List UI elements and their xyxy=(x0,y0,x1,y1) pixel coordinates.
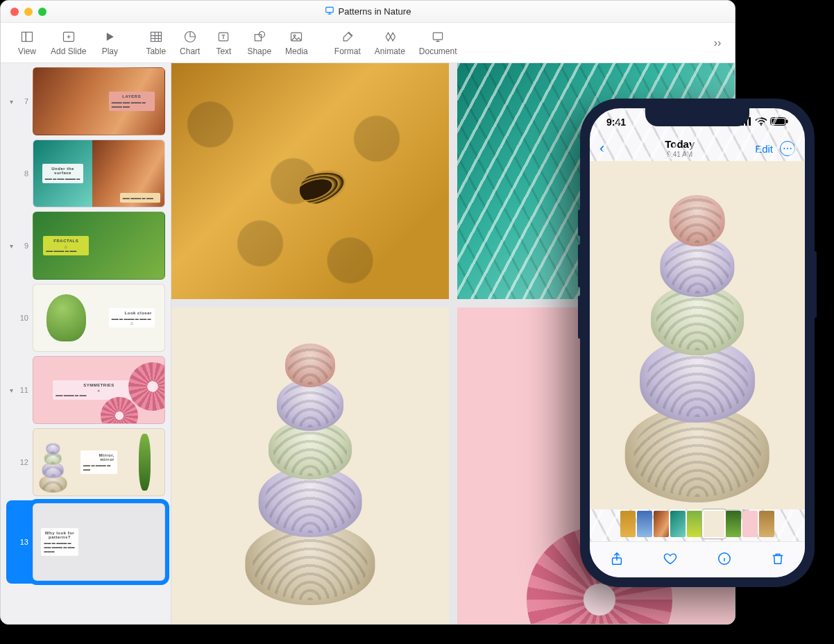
media-icon xyxy=(289,30,303,44)
share-button[interactable] xyxy=(609,551,624,569)
scrubber-thumb[interactable] xyxy=(670,511,686,537)
animate-button[interactable]: Animate xyxy=(368,23,412,63)
delete-button[interactable] xyxy=(770,551,785,569)
share-icon xyxy=(609,557,624,568)
iphone-screen: 9:41 ‹ Today 9:41 AM Edit ⋯ xyxy=(590,108,805,577)
side-button xyxy=(814,251,817,318)
scrubber-thumb[interactable] xyxy=(759,511,774,537)
svg-point-10 xyxy=(294,35,296,37)
view-button[interactable]: View xyxy=(10,23,44,63)
slide-thumb-7: ▾ 7 LAYERS▬▬▬ ▬▬ ▬▬▬ ▬ ▬▬▬ ▬▬ xyxy=(6,67,165,135)
slide-number: 8 xyxy=(16,169,28,178)
photos-navbar: ‹ Today 9:41 AM Edit ⋯ xyxy=(590,136,805,161)
media-button[interactable]: Media xyxy=(278,23,315,63)
ring-switch xyxy=(578,210,581,236)
slide-thumbnail[interactable]: SYMMETRIES✳︎▬▬ ▬▬▬ ▬ ▬▬ xyxy=(33,356,165,424)
play-button[interactable]: Play xyxy=(93,23,126,63)
nav-title: Today 9:41 AM xyxy=(665,139,695,158)
scrubber-thumb[interactable] xyxy=(726,511,741,537)
shape-icon xyxy=(253,30,266,44)
scrubber-thumb[interactable] xyxy=(620,511,636,537)
disclosure-arrow-icon[interactable]: ▾ xyxy=(6,98,16,105)
zoom-window-button[interactable] xyxy=(38,8,46,16)
slide-thumbnail[interactable]: Mirror, mirror▬▬ ▬ ▬▬▬ ▬ ▬▬ xyxy=(33,428,165,496)
iphone-device: 9:41 ‹ Today 9:41 AM Edit ⋯ xyxy=(580,99,815,587)
disclosure-arrow-icon[interactable]: ▾ xyxy=(6,387,16,394)
slide-thumb-13: 13 Why look for patterns?▬▬ ▬ ▬▬▬ ▬ ▬▬ ▬… xyxy=(6,500,165,584)
info-button[interactable] xyxy=(717,551,732,569)
scrubber-thumb[interactable] xyxy=(742,511,758,537)
close-window-button[interactable] xyxy=(10,8,19,16)
chart-button[interactable]: Chart xyxy=(173,23,207,63)
slide-number: 13 xyxy=(16,538,28,546)
titlebar: Patterns in Nature xyxy=(1,1,735,23)
document-button[interactable]: Document xyxy=(412,23,464,63)
scrubber-thumb[interactable] xyxy=(654,511,669,537)
svg-rect-4 xyxy=(151,32,161,41)
text-icon xyxy=(216,30,230,44)
keynote-icon xyxy=(325,6,334,17)
add-slide-icon xyxy=(62,30,76,44)
chevron-right-icon: ›› xyxy=(714,37,722,49)
slide-thumbnail[interactable]: Why look for patterns?▬▬ ▬ ▬▬▬ ▬ ▬▬ ▬▬▬ … xyxy=(33,503,165,581)
photos-toolbar xyxy=(590,541,805,577)
document-icon xyxy=(431,30,445,44)
slide-thumbnail[interactable]: FRACTALS△▬▬ ▬▬▬ ▬ ▬▬ xyxy=(33,212,165,280)
svg-rect-7 xyxy=(255,34,261,40)
favorite-button[interactable] xyxy=(663,551,678,569)
volume-up-button xyxy=(578,244,581,287)
trash-icon xyxy=(770,557,785,568)
add-slide-button[interactable]: Add Slide xyxy=(44,23,93,63)
notch xyxy=(645,108,749,126)
slide-number: 12 xyxy=(16,458,28,466)
table-icon xyxy=(149,30,163,44)
slide-number: 7 xyxy=(16,97,28,105)
toolbar-overflow-button[interactable]: ›› xyxy=(707,37,728,49)
format-icon xyxy=(341,30,355,44)
slide-thumb-10: 10 Look closer▬▬ ▬ ▬▬▬ ▬ ▬▬ ▬△ xyxy=(6,284,165,352)
table-button[interactable]: Table xyxy=(139,23,173,63)
slide-thumb-9: ▾ 9 FRACTALS△▬▬ ▬▬▬ ▬ ▬▬ xyxy=(6,212,165,280)
slide-thumbnail[interactable]: Under the surface▬▬ ▬ ▬▬ ▬▬▬ ▬ ▬▬ ▬▬▬ ▬ … xyxy=(33,139,165,207)
scrubber-thumb[interactable] xyxy=(637,511,652,537)
text-button[interactable]: Text xyxy=(207,23,240,63)
slide-navigator: ▾ 7 LAYERS▬▬▬ ▬▬ ▬▬▬ ▬ ▬▬▬ ▬▬ 8 Under th… xyxy=(1,63,171,624)
photo-scrubber[interactable] xyxy=(590,511,805,539)
scrubber-thumb[interactable] xyxy=(687,511,702,537)
toolbar: View Add Slide Play Table Chart Text Sha… xyxy=(1,23,735,63)
minimize-window-button[interactable] xyxy=(24,8,33,16)
slide-number: 11 xyxy=(16,386,28,394)
svg-rect-2 xyxy=(26,32,32,41)
slide-thumb-11: ▾ 11 SYMMETRIES✳︎▬▬ ▬▬▬ ▬ ▬▬ xyxy=(6,356,165,424)
view-icon xyxy=(20,30,34,44)
window-title: Patterns in Nature xyxy=(1,6,735,17)
slide-number: 10 xyxy=(16,314,28,322)
heart-icon xyxy=(663,557,678,568)
play-icon xyxy=(103,30,117,44)
shape-button[interactable]: Shape xyxy=(240,23,278,63)
format-button[interactable]: Format xyxy=(327,23,368,63)
photo-viewer[interactable] xyxy=(590,161,805,509)
chart-icon xyxy=(183,30,197,44)
scrubber-thumb-selected[interactable] xyxy=(704,511,724,537)
slide-thumbnail[interactable]: LAYERS▬▬▬ ▬▬ ▬▬▬ ▬ ▬▬▬ ▬▬ xyxy=(33,67,165,135)
svg-rect-0 xyxy=(325,7,333,12)
animate-icon xyxy=(383,30,397,44)
traffic-lights xyxy=(1,8,46,16)
slide-thumb-12: 12 Mirror, mirror▬▬ ▬ ▬▬▬ ▬ ▬▬ xyxy=(6,428,165,496)
svg-rect-1 xyxy=(22,32,26,41)
svg-rect-11 xyxy=(434,33,443,40)
info-icon xyxy=(717,557,732,568)
volume-down-button xyxy=(578,296,581,339)
slide-number: 9 xyxy=(16,242,28,250)
image-stacked-shells[interactable] xyxy=(171,307,449,624)
image-honeycomb-bee[interactable] xyxy=(171,63,449,299)
slide-thumbnail[interactable]: Look closer▬▬ ▬ ▬▬▬ ▬ ▬▬ ▬△ xyxy=(33,284,165,352)
slide-thumb-8: 8 Under the surface▬▬ ▬ ▬▬ ▬▬▬ ▬ ▬▬ ▬▬▬ … xyxy=(6,139,165,207)
disclosure-arrow-icon[interactable]: ▾ xyxy=(6,242,16,250)
